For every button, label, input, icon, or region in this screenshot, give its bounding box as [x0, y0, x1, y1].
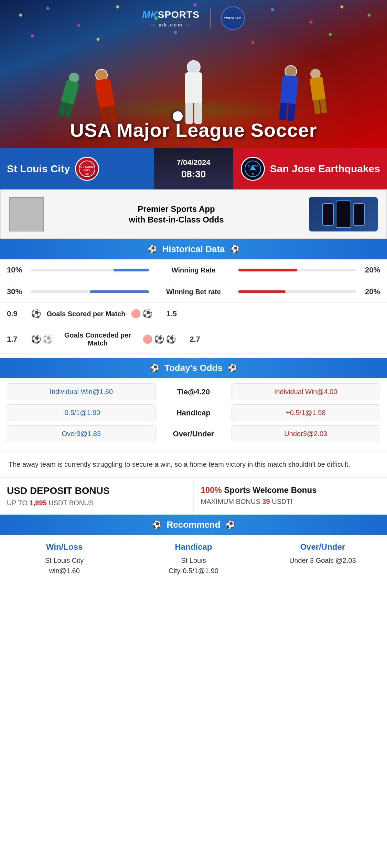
odds-win-left[interactable]: Individual Win@1.60	[7, 383, 156, 400]
bonus-amount: 1,895	[30, 499, 47, 507]
ball-icon-red-1: 🔴	[142, 334, 153, 344]
odds-header: ⚽ Today's Odds ⚽	[0, 358, 387, 378]
odds-title: Today's Odds	[164, 363, 223, 373]
home-win-btn[interactable]: Individual Win@1.60	[7, 383, 156, 400]
winning-bet-right: 20%	[359, 287, 380, 296]
winning-rate-bar-left	[31, 269, 149, 271]
recommend-winloss-title: Win/Loss	[5, 542, 123, 552]
goals-conceded-icons-left: ⚽ ⚽	[31, 334, 53, 344]
recommend-ou-title: Over/Under	[264, 542, 382, 552]
bonus-right: 100% Sports Welcome Bonus MAXIMUM BONUS …	[194, 478, 387, 515]
goals-scored-right: 1.5	[156, 309, 177, 318]
bonus-right-title-black: Sports Welcome Bonus	[222, 485, 317, 495]
odds-handicap-right[interactable]: +0.5/1@1.98	[232, 404, 380, 421]
home-team-section: St Louis City ST. LOUIS CITY SC	[0, 148, 154, 189]
goals-conceded-label: Goals Conceded per Match	[56, 331, 139, 347]
winning-bet-label: Winning Bet rate	[152, 288, 235, 296]
winning-rate-fill-right	[238, 269, 297, 271]
recommend-ou-body: Under 3 Goals @2.03	[264, 555, 382, 566]
home-handicap-btn[interactable]: -0.5/1@1.90	[7, 404, 156, 421]
winning-bet-left: 30%	[7, 287, 28, 296]
analysis-section: The away team is currently struggling to…	[0, 452, 387, 477]
recommend-handicap-body: St LouisCity-0.5/1@1.90	[134, 555, 252, 576]
winning-bet-bar-left	[31, 290, 149, 293]
stat-row-winning-bet: 30% Winning Bet rate 20%	[0, 281, 387, 303]
bonus-left: USD DEPOSIT BONUS UP TO 1,895 USDT BONUS	[0, 478, 194, 515]
svg-text:SJ: SJ	[251, 173, 254, 175]
qr-code	[9, 197, 44, 231]
match-banner: St Louis City ST. LOUIS CITY SC 7/04/202…	[0, 148, 387, 189]
recommend-handicap: Handicap St LouisCity-0.5/1@1.90	[129, 535, 258, 583]
app-promo-section: Premier Sports Appwith Best-in-Class Odd…	[0, 189, 387, 239]
soccer-ball-right-icon: ⚽	[230, 245, 239, 254]
home-team-name: St Louis City	[7, 163, 70, 175]
goals-scored-icons-right: 🔴 ⚽	[131, 309, 153, 319]
bonus-left-subtitle: UP TO 1,895 USDT BONUS	[7, 499, 186, 507]
winning-rate-right: 20%	[359, 266, 380, 275]
odds-win-right[interactable]: Individual Win@4.00	[232, 383, 380, 400]
winning-bet-fill-left	[90, 290, 149, 293]
bonus-max-amount: 39	[262, 498, 270, 505]
svg-text:SC: SC	[85, 173, 89, 175]
handicap-label: Handicap	[159, 409, 228, 417]
goals-scored-left: 0.9	[7, 309, 28, 318]
ball-icon-2: ⚽	[31, 334, 41, 344]
away-handicap-btn[interactable]: +0.5/1@1.98	[232, 404, 380, 421]
stat-row-goals-conceded: 1.7 ⚽ ⚽ Goals Conceded per Match 🔴 ⚽ ⚽ 2…	[0, 325, 387, 354]
svg-text:ST. LOUIS: ST. LOUIS	[80, 165, 94, 168]
home-team-badge: ST. LOUIS CITY SC	[75, 157, 99, 181]
under-btn[interactable]: Under3@2.03	[232, 425, 380, 442]
odds-ou-right[interactable]: Under3@2.03	[232, 425, 380, 442]
odds-handicap-left[interactable]: -0.5/1@1.90	[7, 404, 156, 421]
odds-ou-left[interactable]: Over3@1.83	[7, 425, 156, 442]
odds-ou-row: Over3@1.83 Over/Under Under3@2.03	[7, 425, 380, 442]
odds-win-row: Individual Win@1.60 Tie@4.20 Individual …	[7, 383, 380, 400]
winning-bet-fill-right	[238, 290, 286, 293]
rec-ball-left-icon: ⚽	[152, 520, 161, 529]
ball-icon-1: ⚽	[31, 309, 41, 319]
winning-bet-bar-right	[238, 290, 356, 293]
analysis-text: The away team is currently struggling to…	[9, 461, 350, 468]
stat-row-goals-scored: 0.9 ⚽ Goals Scored per Match 🔴 ⚽ 1.5	[0, 303, 387, 325]
winning-rate-left: 10%	[7, 266, 28, 275]
goals-conceded-left: 1.7	[7, 335, 28, 344]
app-promo-text: Premier Sports Appwith Best-in-Class Odd…	[51, 204, 302, 225]
recommend-title: Recommend	[166, 519, 220, 530]
tie-label: Tie@4.20	[159, 388, 228, 396]
hero-section: MKSPORTS — mk.com — EMPOLI F.C.	[0, 0, 387, 148]
bonus-right-sub: MAXIMUM BONUS 39 USDT!	[201, 498, 380, 506]
phone-mock-2	[336, 200, 351, 228]
bonus-section: USD DEPOSIT BONUS UP TO 1,895 USDT BONUS…	[0, 477, 387, 515]
ou-label: Over/Under	[159, 430, 228, 438]
over-btn[interactable]: Over3@1.83	[7, 425, 156, 442]
away-team-name: San Jose Earthquakes	[270, 163, 380, 175]
rec-ball-right-icon: ⚽	[226, 520, 235, 529]
ball-icon-red-2: ⚽	[154, 334, 164, 344]
recommend-handicap-title: Handicap	[134, 542, 252, 552]
goals-scored-icons-left: ⚽	[31, 309, 41, 319]
bonus-right-title-red: 100%	[201, 485, 222, 495]
odds-ball-right-icon: ⚽	[228, 364, 237, 373]
ball-icon-red-half: 🔴	[131, 309, 141, 319]
goals-conceded-icons-right: 🔴 ⚽ ⚽	[142, 334, 176, 344]
soccer-ball-left-icon: ⚽	[148, 245, 157, 254]
away-team-badge: QUAKES SJ	[241, 157, 265, 181]
recommend-ou: Over/Under Under 3 Goals @2.03	[258, 535, 387, 583]
away-team-section: QUAKES SJ San Jose Earthquakes	[233, 148, 387, 189]
bonus-left-title: USD DEPOSIT BONUS	[7, 485, 186, 496]
winning-rate-label: Winning Rate	[152, 266, 235, 274]
hero-title: USA Major League Soccer	[0, 119, 387, 141]
phone-mock-1	[322, 203, 334, 226]
odds-section: Individual Win@1.60 Tie@4.20 Individual …	[0, 378, 387, 452]
recommend-section: Win/Loss St Louis Citywin@1.60 Handicap …	[0, 535, 387, 583]
match-date: 7/04/2024	[177, 158, 211, 167]
phone-mock-3	[353, 203, 365, 226]
recommend-winloss: Win/Loss St Louis Citywin@1.60	[0, 535, 129, 583]
app-phones	[309, 197, 378, 231]
recommend-grid: Win/Loss St Louis Citywin@1.60 Handicap …	[0, 535, 387, 583]
ball-icon-red-3: ⚽	[166, 334, 176, 344]
historical-data-section: 10% Winning Rate 20% 30% Winning Bet rat…	[0, 259, 387, 354]
goals-scored-label: Goals Scored per Match	[45, 310, 127, 318]
match-center: 7/04/2024 08:30	[154, 148, 233, 189]
away-win-btn[interactable]: Individual Win@4.00	[232, 383, 380, 400]
